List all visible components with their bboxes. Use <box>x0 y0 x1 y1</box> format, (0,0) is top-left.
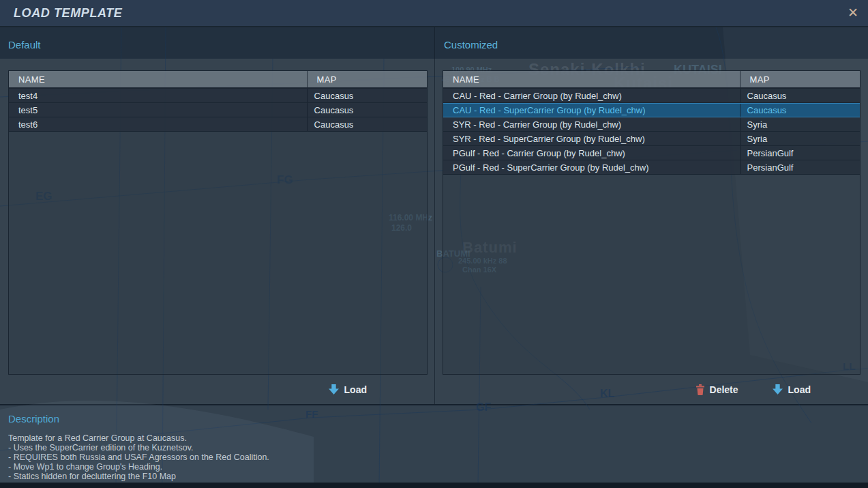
template-map-cell: Caucasus <box>740 104 860 117</box>
close-icon[interactable]: ✕ <box>848 6 858 20</box>
template-name-cell: PGulf - Red - Carrier Group (by Rudel_ch… <box>443 146 740 160</box>
dialog-titlebar: LOAD TEMPLATE ✕ <box>0 0 868 27</box>
column-header-name: NAME <box>443 71 740 87</box>
template-name-cell: SYR - Red - Carrier Group (by Rudel_chw) <box>443 117 740 131</box>
template-map-cell: Caucasus <box>307 89 427 102</box>
load-default-button[interactable]: Load <box>328 384 367 395</box>
load-button-label: Load <box>344 384 367 395</box>
template-map-cell: Caucasus <box>740 89 860 102</box>
panel-divider <box>434 27 435 404</box>
default-template-table: NAME MAP test4 Caucasus test5 Caucasus t… <box>8 70 428 375</box>
template-name-cell: test4 <box>9 89 307 102</box>
description-line: - Move Wp1 to change Group's Heading. <box>8 462 269 472</box>
description-line: - REQUIRES both Russia and USAF Agressor… <box>8 453 269 462</box>
dialog-title: LOAD TEMPLATE <box>14 6 122 20</box>
table-row[interactable]: test4 Caucasus <box>9 89 427 103</box>
column-header-map: MAP <box>307 71 427 87</box>
customized-button-row: Delete Load <box>434 375 868 404</box>
dialog-bottom-border <box>0 483 868 488</box>
delete-template-button[interactable]: Delete <box>695 384 738 395</box>
load-template-dialog: Senaki-KolkhiKUTAISIKutaisi100.90 MHz490… <box>0 0 868 488</box>
table-row[interactable]: test6 Caucasus <box>9 117 427 132</box>
table-row[interactable]: CAU - Red - Carrier Group (by Rudel_chw)… <box>443 89 860 103</box>
template-map-cell: Caucasus <box>307 117 427 131</box>
template-name-cell: CAU - Red - SuperCarrier Group (by Rudel… <box>443 104 740 117</box>
load-arrow-icon <box>772 384 783 395</box>
description-text: Template for a Red Carrier Group at Cauc… <box>8 433 269 481</box>
default-section-label: Default <box>8 39 41 51</box>
load-customized-button[interactable]: Load <box>772 384 811 395</box>
template-map-cell: Syria <box>740 132 860 145</box>
template-name-cell: PGulf - Red - SuperCarrier Group (by Rud… <box>443 160 740 174</box>
description-line: - Statics hidden for decluttering the F1… <box>8 472 269 481</box>
template-map-cell: Caucasus <box>307 103 427 117</box>
template-name-cell: SYR - Red - SuperCarrier Group (by Rudel… <box>443 132 740 145</box>
description-label: Description <box>8 413 59 425</box>
load-arrow-icon <box>328 384 340 395</box>
table-row[interactable]: SYR - Red - Carrier Group (by Rudel_chw)… <box>443 117 860 132</box>
table-row[interactable]: PGulf - Red - Carrier Group (by Rudel_ch… <box>443 146 860 160</box>
customized-template-table: NAME MAP CAU - Red - Carrier Group (by R… <box>443 70 860 375</box>
description-line: Template for a Red Carrier Group at Cauc… <box>8 433 269 443</box>
column-header-name: NAME <box>9 71 307 87</box>
table-body: test4 Caucasus test5 Caucasus test6 Cauc… <box>9 89 427 374</box>
template-name-cell: CAU - Red - Carrier Group (by Rudel_chw) <box>443 89 740 102</box>
delete-trash-icon <box>695 384 705 395</box>
default-button-row: Load <box>0 375 434 404</box>
table-row[interactable]: CAU - Red - SuperCarrier Group (by Rudel… <box>443 103 860 117</box>
delete-button-label: Delete <box>710 384 738 395</box>
column-header-map: MAP <box>740 71 860 87</box>
customized-section-label: Customized <box>444 39 498 51</box>
load-button-label: Load <box>788 384 811 395</box>
table-body: CAU - Red - Carrier Group (by Rudel_chw)… <box>443 89 860 374</box>
template-map-cell: Syria <box>740 117 860 131</box>
table-header: NAME MAP <box>9 71 427 89</box>
table-header: NAME MAP <box>443 71 860 89</box>
template-name-cell: test6 <box>9 117 307 131</box>
template-name-cell: test5 <box>9 103 307 117</box>
template-map-cell: PersianGulf <box>740 146 860 160</box>
description-line: - Uses the SuperCarrier edition of the K… <box>8 443 269 453</box>
table-row[interactable]: PGulf - Red - SuperCarrier Group (by Rud… <box>443 160 860 175</box>
template-map-cell: PersianGulf <box>740 160 860 174</box>
table-row[interactable]: SYR - Red - SuperCarrier Group (by Rudel… <box>443 132 860 146</box>
table-row[interactable]: test5 Caucasus <box>9 103 427 117</box>
